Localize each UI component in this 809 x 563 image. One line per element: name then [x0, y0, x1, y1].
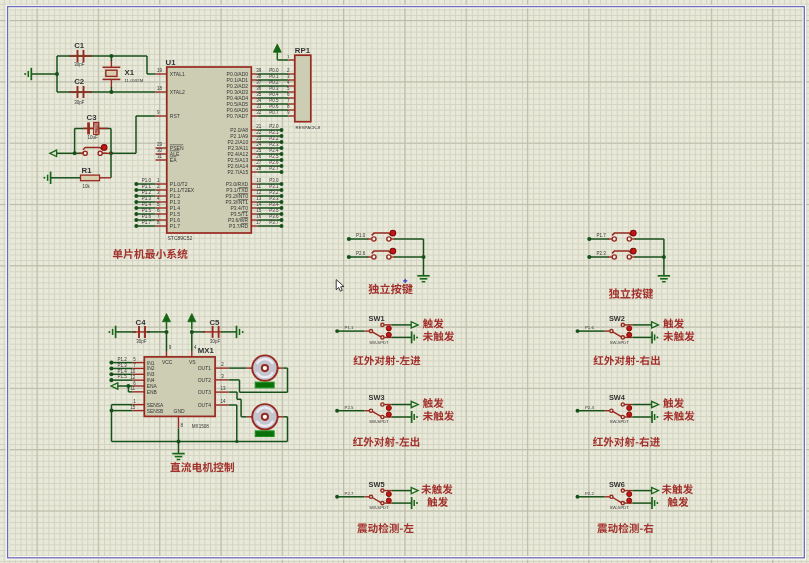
- svg-text:SW2: SW2: [609, 314, 625, 323]
- svg-text:26: 26: [256, 154, 262, 159]
- svg-text:11.0592M: 11.0592M: [125, 78, 144, 83]
- svg-text:X1: X1: [125, 68, 135, 77]
- svg-text:23: 23: [256, 136, 262, 141]
- svg-text:30pF: 30pF: [74, 62, 85, 67]
- svg-text:P2.2: P2.2: [269, 136, 279, 141]
- svg-text:P0.6: P0.6: [269, 104, 279, 109]
- svg-text:XTAL2: XTAL2: [170, 89, 185, 95]
- svg-text:14: 14: [256, 202, 262, 207]
- svg-text:P2.7/A15: P2.7/A15: [227, 169, 248, 175]
- svg-text:R1: R1: [82, 166, 93, 175]
- svg-text:30: 30: [157, 148, 163, 153]
- svg-text:39: 39: [256, 68, 262, 73]
- svg-text:P1.1: P1.1: [345, 325, 355, 330]
- svg-text:P1.0: P1.0: [142, 178, 152, 183]
- svg-text:10: 10: [130, 369, 136, 374]
- svg-text:C4: C4: [136, 318, 147, 327]
- svg-text:P1.3: P1.3: [117, 363, 127, 368]
- svg-text:RESPACK-8: RESPACK-8: [296, 125, 321, 130]
- svg-text:21: 21: [256, 124, 262, 129]
- svg-text:P0.0: P0.0: [269, 68, 279, 73]
- svg-text:P2.5: P2.5: [345, 405, 355, 410]
- svg-text:P2.2: P2.2: [585, 491, 595, 496]
- svg-text:15: 15: [256, 208, 262, 213]
- svg-text:SW-SPDT: SW-SPDT: [610, 419, 630, 424]
- svg-text:33: 33: [256, 104, 262, 109]
- svg-text:P2.5: P2.5: [269, 154, 279, 159]
- svg-text:25: 25: [256, 148, 262, 153]
- svg-text:12: 12: [256, 190, 262, 195]
- svg-text:GND: GND: [174, 408, 186, 414]
- svg-text:13: 13: [220, 386, 226, 391]
- svg-text:P1.3: P1.3: [142, 196, 152, 201]
- svg-text:29: 29: [157, 142, 163, 147]
- svg-text:OUT1: OUT1: [198, 365, 212, 371]
- svg-text:IN3: IN3: [147, 372, 155, 377]
- svg-text:34: 34: [256, 98, 262, 103]
- svg-text:SW-SPDT: SW-SPDT: [369, 505, 389, 510]
- svg-text:P1.5: P1.5: [117, 374, 127, 379]
- svg-text:P2.4: P2.4: [585, 405, 595, 410]
- svg-text:OUT3: OUT3: [198, 389, 212, 395]
- svg-text:P3.0: P3.0: [269, 178, 279, 183]
- svg-text:RST: RST: [170, 113, 180, 119]
- svg-text:P2.4: P2.4: [269, 148, 279, 153]
- svg-text:P2.3: P2.3: [269, 142, 279, 147]
- svg-text:SW-SPDT: SW-SPDT: [369, 419, 389, 424]
- svg-text:P1.4: P1.4: [142, 202, 152, 207]
- svg-text:P1.6: P1.6: [142, 214, 152, 219]
- svg-text:11: 11: [130, 386, 135, 391]
- svg-text:OUT4: OUT4: [198, 402, 212, 408]
- svg-text:SW4: SW4: [609, 393, 626, 402]
- svg-text:12: 12: [130, 375, 136, 380]
- svg-text:27: 27: [256, 160, 262, 165]
- svg-text:10: 10: [256, 178, 262, 183]
- svg-text:P3.5: P3.5: [269, 208, 279, 213]
- svg-text:P3.3: P3.3: [269, 196, 279, 201]
- svg-text:18: 18: [157, 86, 163, 91]
- svg-text:19: 19: [157, 68, 163, 73]
- svg-text:EA: EA: [170, 157, 177, 163]
- svg-text:P2.7: P2.7: [345, 491, 355, 496]
- svg-text:35: 35: [256, 92, 262, 97]
- svg-text:P1.7: P1.7: [170, 223, 181, 229]
- svg-text:MX1508: MX1508: [192, 424, 210, 429]
- svg-text:16: 16: [256, 214, 262, 219]
- svg-text:36: 36: [256, 86, 262, 91]
- svg-text:30pF: 30pF: [210, 339, 221, 344]
- svg-text:P2.7: P2.7: [269, 166, 279, 171]
- svg-text:SW6: SW6: [609, 480, 625, 489]
- svg-text:10k: 10k: [83, 184, 91, 189]
- svg-text:17: 17: [256, 220, 262, 225]
- svg-text:C3: C3: [87, 113, 98, 122]
- svg-text:P2.6: P2.6: [269, 160, 279, 165]
- svg-text:ENA: ENA: [147, 384, 158, 389]
- svg-text:P2.6: P2.6: [356, 251, 366, 256]
- svg-text:P3.1: P3.1: [269, 184, 279, 189]
- svg-text:37: 37: [256, 80, 262, 85]
- svg-text:C1: C1: [74, 41, 85, 50]
- svg-text:P1.7: P1.7: [142, 220, 152, 225]
- svg-text:14: 14: [220, 399, 226, 404]
- svg-text:SW3: SW3: [369, 393, 385, 402]
- svg-text:P1.0: P1.0: [356, 233, 366, 238]
- svg-text:RP1: RP1: [295, 46, 311, 55]
- svg-text:IN2: IN2: [147, 366, 155, 371]
- svg-text:11: 11: [256, 184, 261, 189]
- svg-text:IN4: IN4: [147, 378, 155, 383]
- svg-text:15: 15: [130, 405, 136, 410]
- svg-text:P3.7: P3.7: [269, 220, 279, 225]
- svg-text:SW-SPDT: SW-SPDT: [610, 505, 630, 510]
- svg-text:P3.6: P3.6: [269, 214, 279, 219]
- svg-text:P0.7: P0.7: [269, 110, 279, 115]
- svg-text:P0.3: P0.3: [269, 86, 279, 91]
- svg-text:IN1: IN1: [147, 361, 155, 366]
- svg-text:SW1: SW1: [369, 314, 385, 323]
- svg-text:MX1: MX1: [198, 346, 215, 355]
- svg-text:13: 13: [256, 196, 262, 201]
- svg-text:SW-SPDT: SW-SPDT: [610, 340, 630, 345]
- svg-text:32: 32: [256, 110, 262, 115]
- svg-text:P3.2: P3.2: [269, 190, 279, 195]
- svg-text:P1.4: P1.4: [117, 369, 127, 374]
- svg-text:P3.4: P3.4: [269, 202, 279, 207]
